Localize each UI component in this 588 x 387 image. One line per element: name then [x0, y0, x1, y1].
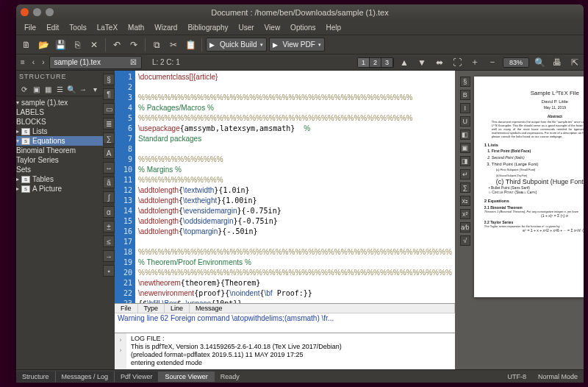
- print-icon[interactable]: 🖶: [550, 55, 564, 70]
- tree-root[interactable]: ▾sample (1).tex: [16, 98, 103, 107]
- menu-file[interactable]: File: [21, 22, 40, 33]
- menu-help[interactable]: Help: [323, 22, 345, 33]
- zoom-level[interactable]: 83%: [503, 57, 529, 68]
- log-down-icon[interactable]: ›: [120, 347, 122, 354]
- external-icon[interactable]: ⇱: [567, 55, 582, 70]
- sym-math-icon[interactable]: ∑: [103, 132, 115, 144]
- zoom-in-icon[interactable]: ＋: [467, 55, 482, 70]
- sym-refs-icon[interactable]: ¶: [103, 88, 115, 100]
- tree-equations[interactable]: ▾SEquations: [16, 136, 103, 146]
- sym-arrow2-icon[interactable]: →: [103, 250, 115, 262]
- structure-expand-icon[interactable]: ▦: [43, 84, 53, 94]
- tree-tables[interactable]: ▸STables: [16, 174, 103, 184]
- zoom-out-icon[interactable]: －: [485, 55, 500, 70]
- new-file-icon[interactable]: 🗎: [19, 38, 34, 52]
- pv-newline-icon[interactable]: ↵: [460, 169, 470, 180]
- minimize-button[interactable]: [33, 8, 41, 16]
- log-up-icon[interactable]: ›: [120, 336, 122, 344]
- tab-list-icon[interactable]: ≡: [18, 58, 28, 66]
- fit-page-icon[interactable]: ⛶: [450, 55, 465, 70]
- status-source[interactable]: Source Viewer: [159, 372, 214, 382]
- copy-icon[interactable]: ⧉: [149, 38, 164, 52]
- fit-width-icon[interactable]: ⬌: [432, 55, 447, 70]
- status-structure[interactable]: Structure: [16, 372, 56, 382]
- close-button[interactable]: [21, 8, 29, 16]
- save-icon[interactable]: 💾: [53, 38, 68, 52]
- code-editor[interactable]: \documentclass[]{article} %%%%%%%%%%%%%%…: [135, 71, 455, 303]
- tree-sets[interactable]: Sets: [16, 165, 103, 174]
- status-messages[interactable]: Messages / Log: [56, 372, 115, 382]
- sym-op-icon[interactable]: ±: [103, 221, 115, 232]
- open-file-icon[interactable]: 📂: [36, 38, 51, 52]
- tab-prev-icon[interactable]: ‹: [29, 58, 37, 66]
- pv-italic-icon[interactable]: I: [460, 103, 470, 113]
- undo-icon[interactable]: ↶: [110, 38, 124, 52]
- pv-frac-icon[interactable]: a⁄b: [460, 222, 470, 232]
- tree-binomial[interactable]: Binomial Theorem: [16, 146, 103, 155]
- structure-refresh-icon[interactable]: ⟳: [19, 84, 29, 94]
- sym-int-icon[interactable]: ∫: [103, 191, 115, 203]
- menu-latex[interactable]: LaTeX: [93, 22, 121, 33]
- cut-icon[interactable]: ✂: [166, 38, 181, 52]
- pv-center-icon[interactable]: ▣: [460, 143, 470, 153]
- menu-bibliography[interactable]: Bibliography: [184, 22, 232, 33]
- tree-lists[interactable]: ▸SLists: [16, 127, 103, 136]
- structure-more-icon[interactable]: ▾: [90, 84, 100, 94]
- document-tab[interactable]: sample (1).tex ☒: [49, 56, 142, 69]
- pv-left-icon[interactable]: ◧: [460, 129, 470, 140]
- sym-list-icon[interactable]: ≣: [103, 118, 115, 129]
- paste-icon[interactable]: 📋: [183, 38, 198, 52]
- tree-taylor[interactable]: Taylor Series: [16, 155, 103, 165]
- sym-env-icon[interactable]: ▭: [103, 103, 115, 115]
- msg-col-message[interactable]: Message: [190, 304, 455, 313]
- msg-col-file[interactable]: File: [115, 304, 138, 313]
- menu-user[interactable]: User: [234, 22, 257, 33]
- save-all-icon[interactable]: ⎘: [70, 38, 85, 52]
- sym-misc-icon[interactable]: ⋆: [103, 265, 115, 277]
- redo-icon[interactable]: ↷: [126, 38, 141, 52]
- page-2[interactable]: 2: [370, 58, 381, 67]
- sym-accent-icon[interactable]: â: [103, 177, 115, 188]
- menu-wizard[interactable]: Wizard: [151, 22, 181, 33]
- sym-greek-icon[interactable]: α: [103, 206, 115, 218]
- pv-sections-icon[interactable]: §: [460, 77, 470, 87]
- tab-close-icon[interactable]: ☒: [130, 58, 137, 66]
- status-pdf[interactable]: Pdf Viewer: [115, 372, 159, 382]
- msg-col-line[interactable]: Line: [165, 304, 190, 313]
- structure-goto-icon[interactable]: →: [78, 84, 88, 94]
- structure-sort-icon[interactable]: ☰: [54, 84, 65, 94]
- pdf-next-icon[interactable]: ▼: [415, 55, 429, 70]
- menu-view[interactable]: View: [261, 22, 284, 33]
- menu-options[interactable]: Options: [287, 22, 319, 33]
- menu-tools[interactable]: Tools: [65, 22, 90, 33]
- sym-sections-icon[interactable]: §: [103, 74, 115, 85]
- quickbuild-button[interactable]: Quick Build▾: [206, 38, 267, 52]
- pdf-prev-icon[interactable]: ▲: [397, 55, 412, 70]
- page-1[interactable]: 1: [358, 58, 370, 67]
- structure-find-icon[interactable]: 🔍: [66, 84, 76, 94]
- tree-labels[interactable]: LABELS: [16, 107, 103, 117]
- message-row[interactable]: Warning line 62 Foreign command \atopwit…: [115, 313, 455, 323]
- pv-sub-icon[interactable]: x₂: [460, 196, 470, 206]
- sym-font-icon[interactable]: A: [103, 147, 115, 159]
- tree-picture[interactable]: ▸SA Picture: [16, 184, 103, 194]
- pv-sup-icon[interactable]: x²: [460, 209, 470, 219]
- viewpdf-button[interactable]: View PDF▾: [269, 38, 325, 52]
- pv-sqrt-icon[interactable]: √: [460, 235, 470, 246]
- menu-math[interactable]: Math: [124, 22, 148, 33]
- msg-col-type[interactable]: Type: [138, 304, 165, 313]
- maximize-button[interactable]: [46, 8, 54, 16]
- page-3[interactable]: 3: [381, 58, 393, 67]
- pv-math-icon[interactable]: ∑: [460, 182, 470, 193]
- pdf-page[interactable]: Sample LᴬTᴇX File David P. Little May 11…: [474, 77, 584, 297]
- structure-collapse-icon[interactable]: ▣: [31, 84, 41, 94]
- pv-right-icon[interactable]: ◨: [460, 156, 470, 166]
- menu-edit[interactable]: Edit: [43, 22, 62, 33]
- close-file-icon[interactable]: ✕: [87, 38, 101, 52]
- pv-under-icon[interactable]: U: [460, 116, 470, 127]
- pv-bold-icon[interactable]: B: [460, 90, 470, 100]
- sym-spacing-icon[interactable]: ↔: [103, 162, 115, 174]
- tab-next-icon[interactable]: ›: [39, 58, 47, 66]
- tree-blocks[interactable]: BLOCKS: [16, 117, 103, 127]
- sym-rel-icon[interactable]: ≤: [103, 235, 115, 247]
